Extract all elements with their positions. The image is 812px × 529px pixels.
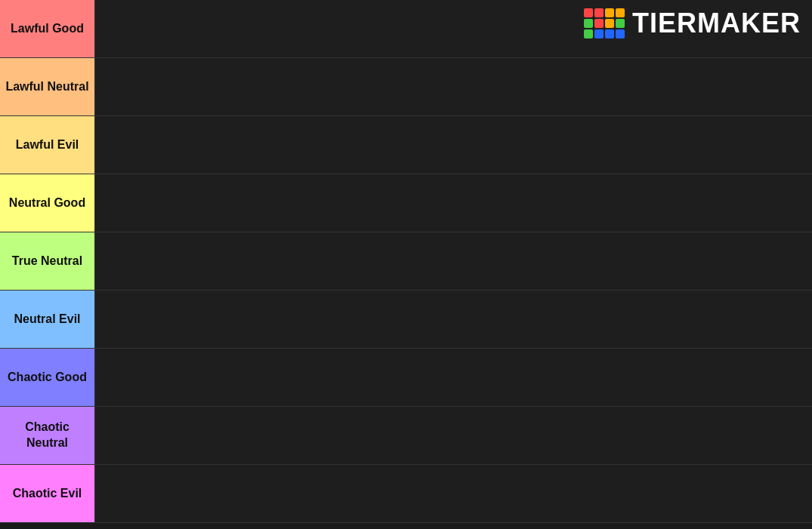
logo-cell bbox=[594, 29, 604, 38]
tier-content-lawful-evil[interactable] bbox=[94, 116, 812, 174]
logo-cell bbox=[616, 19, 625, 28]
tier-label-lawful-good: Lawful Good bbox=[0, 0, 94, 57]
tier-label-lawful-neutral: Lawful Neutral bbox=[0, 58, 94, 115]
tier-label-chaotic-good: Chaotic Good bbox=[0, 349, 94, 406]
tier-content-neutral-evil[interactable] bbox=[94, 291, 812, 348]
logo-cell bbox=[605, 8, 614, 17]
logo-cell bbox=[605, 29, 614, 38]
tier-row-neutral-good: Neutral Good bbox=[0, 174, 812, 232]
tier-content-lawful-neutral[interactable] bbox=[94, 58, 812, 115]
logo-cell bbox=[616, 29, 625, 38]
tier-row-true-neutral: True Neutral bbox=[0, 232, 812, 291]
logo-cell bbox=[594, 19, 604, 28]
tier-label-lawful-evil: Lawful Evil bbox=[0, 116, 94, 174]
tier-list: Lawful GoodLawful NeutralLawful EvilNeut… bbox=[0, 0, 812, 529]
header: TiERMAKER bbox=[584, 8, 801, 39]
tier-row-chaotic-evil: Chaotic Evil bbox=[0, 465, 812, 523]
tier-label-chaotic-evil: Chaotic Evil bbox=[0, 465, 94, 522]
logo-cell bbox=[584, 29, 593, 38]
tier-row-lawful-evil: Lawful Evil bbox=[0, 116, 812, 174]
tier-content-true-neutral[interactable] bbox=[94, 232, 812, 290]
tier-label-neutral-good: Neutral Good bbox=[0, 174, 94, 232]
logo-grid bbox=[584, 8, 625, 38]
logo-cell bbox=[584, 19, 593, 28]
logo-cell bbox=[605, 19, 614, 28]
tier-row-chaotic-neutral: Chaotic Neutral bbox=[0, 407, 812, 465]
tier-content-chaotic-evil[interactable] bbox=[94, 465, 812, 522]
tier-row-neutral-evil: Neutral Evil bbox=[0, 291, 812, 349]
tier-row-lawful-neutral: Lawful Neutral bbox=[0, 58, 812, 116]
tier-content-neutral-good[interactable] bbox=[94, 174, 812, 232]
tier-row-chaotic-good: Chaotic Good bbox=[0, 349, 812, 407]
logo-text: TiERMAKER bbox=[632, 8, 801, 39]
tier-content-chaotic-neutral[interactable] bbox=[94, 407, 812, 464]
tier-label-true-neutral: True Neutral bbox=[0, 232, 94, 290]
tier-label-chaotic-neutral: Chaotic Neutral bbox=[0, 407, 94, 464]
logo-cell bbox=[584, 8, 593, 17]
logo-cell bbox=[594, 8, 604, 17]
logo-cell bbox=[616, 8, 625, 17]
app-container: TiERMAKER Lawful GoodLawful NeutralLawfu… bbox=[0, 0, 812, 529]
tier-content-chaotic-good[interactable] bbox=[94, 349, 812, 406]
tier-label-neutral-evil: Neutral Evil bbox=[0, 291, 94, 348]
